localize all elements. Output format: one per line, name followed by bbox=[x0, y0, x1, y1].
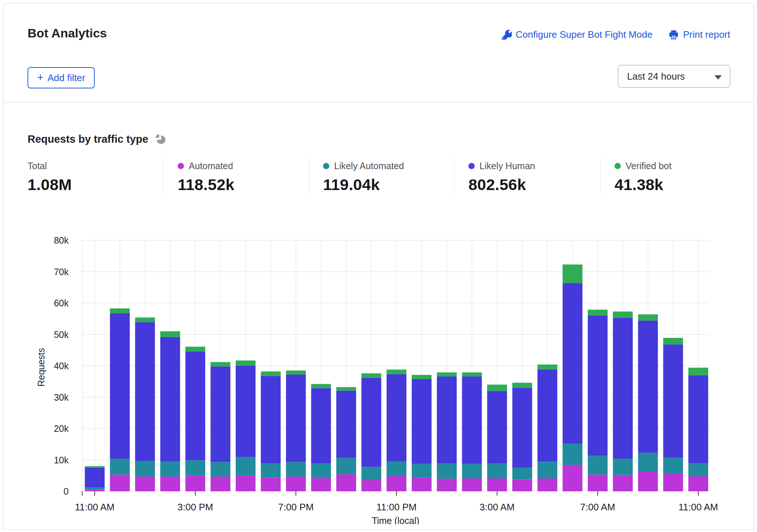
bar-segment-automated[interactable] bbox=[160, 477, 180, 491]
bar-segment-verified-bot[interactable] bbox=[512, 383, 532, 388]
bar-segment-likely-human[interactable] bbox=[462, 376, 482, 464]
bar-segment-verified-bot[interactable] bbox=[211, 362, 231, 367]
bar-segment-automated[interactable] bbox=[185, 475, 205, 491]
bar-segment-likely-human[interactable] bbox=[688, 375, 708, 463]
time-range-select[interactable]: Last 24 hours bbox=[618, 65, 730, 88]
bar-segment-automated[interactable] bbox=[211, 477, 231, 491]
bar-segment-likely-automated[interactable] bbox=[563, 444, 583, 465]
bar-segment-likely-human[interactable] bbox=[85, 468, 105, 488]
bar-segment-verified-bot[interactable] bbox=[563, 265, 583, 283]
bar-segment-likely-human[interactable] bbox=[362, 378, 381, 467]
bar-segment-automated[interactable] bbox=[437, 479, 457, 491]
bar-segment-likely-automated[interactable] bbox=[512, 467, 532, 479]
bar-segment-automated[interactable] bbox=[512, 480, 532, 491]
bar-segment-likely-automated[interactable] bbox=[286, 462, 306, 476]
bar-segment-likely-automated[interactable] bbox=[311, 463, 331, 478]
bar-segment-verified-bot[interactable] bbox=[437, 372, 457, 376]
bar-segment-likely-automated[interactable] bbox=[185, 460, 205, 475]
bar-segment-verified-bot[interactable] bbox=[362, 374, 381, 378]
bar-segment-likely-human[interactable] bbox=[537, 369, 557, 462]
bar-segment-likely-automated[interactable] bbox=[236, 457, 256, 475]
bar-segment-automated[interactable] bbox=[236, 475, 256, 491]
bar-segment-verified-bot[interactable] bbox=[487, 385, 507, 391]
bar-segment-automated[interactable] bbox=[362, 480, 381, 491]
bar-segment-likely-human[interactable] bbox=[311, 388, 331, 463]
bar-segment-automated[interactable] bbox=[563, 465, 583, 491]
bar-segment-likely-automated[interactable] bbox=[362, 467, 381, 480]
bar-segment-likely-human[interactable] bbox=[487, 391, 507, 463]
bar-segment-verified-bot[interactable] bbox=[688, 368, 708, 375]
bar-segment-likely-automated[interactable] bbox=[487, 463, 507, 478]
bar-segment-likely-human[interactable] bbox=[512, 388, 532, 467]
bar-segment-likely-human[interactable] bbox=[211, 367, 231, 462]
bar-segment-likely-human[interactable] bbox=[563, 283, 583, 444]
bar-segment-likely-automated[interactable] bbox=[462, 464, 482, 478]
bar-segment-verified-bot[interactable] bbox=[462, 372, 482, 376]
bar-segment-verified-bot[interactable] bbox=[236, 360, 256, 366]
bar-segment-verified-bot[interactable] bbox=[85, 466, 105, 468]
bar-segment-automated[interactable] bbox=[613, 475, 633, 491]
bar-segment-verified-bot[interactable] bbox=[336, 387, 356, 390]
bar-segment-verified-bot[interactable] bbox=[588, 310, 608, 315]
bar-segment-likely-automated[interactable] bbox=[613, 459, 633, 475]
bar-segment-verified-bot[interactable] bbox=[261, 371, 281, 376]
bar-segment-verified-bot[interactable] bbox=[613, 311, 633, 318]
bar-segment-likely-automated[interactable] bbox=[663, 458, 683, 474]
bar-segment-automated[interactable] bbox=[387, 476, 406, 491]
bar-segment-automated[interactable] bbox=[588, 475, 608, 491]
bar-segment-likely-human[interactable] bbox=[336, 391, 356, 458]
bar-segment-automated[interactable] bbox=[286, 477, 306, 491]
bar-segment-verified-bot[interactable] bbox=[638, 314, 658, 321]
bar-segment-verified-bot[interactable] bbox=[160, 331, 180, 337]
bar-segment-automated[interactable] bbox=[412, 478, 432, 491]
bar-segment-verified-bot[interactable] bbox=[537, 365, 557, 369]
bar-segment-automated[interactable] bbox=[311, 478, 331, 491]
bar-segment-verified-bot[interactable] bbox=[412, 375, 432, 379]
bar-segment-likely-human[interactable] bbox=[663, 345, 683, 458]
bar-segment-verified-bot[interactable] bbox=[185, 347, 205, 351]
bar-segment-likely-automated[interactable] bbox=[211, 462, 231, 476]
bar-segment-automated[interactable] bbox=[85, 490, 105, 491]
add-filter-button[interactable]: + Add filter bbox=[28, 67, 95, 88]
bar-segment-verified-bot[interactable] bbox=[110, 309, 130, 313]
bar-segment-automated[interactable] bbox=[261, 477, 281, 491]
bar-segment-likely-automated[interactable] bbox=[537, 462, 557, 478]
bar-segment-likely-automated[interactable] bbox=[261, 463, 281, 477]
bar-segment-likely-human[interactable] bbox=[236, 366, 256, 457]
bar-segment-likely-automated[interactable] bbox=[638, 453, 658, 472]
bar-segment-likely-human[interactable] bbox=[613, 318, 633, 459]
bar-segment-likely-automated[interactable] bbox=[160, 462, 180, 477]
bar-segment-likely-human[interactable] bbox=[387, 374, 406, 462]
bar-segment-likely-human[interactable] bbox=[110, 313, 130, 459]
bar-segment-automated[interactable] bbox=[537, 478, 557, 491]
bar-segment-automated[interactable] bbox=[462, 478, 482, 491]
bar-segment-likely-automated[interactable] bbox=[110, 459, 130, 475]
bar-segment-automated[interactable] bbox=[688, 476, 708, 491]
bar-segment-automated[interactable] bbox=[638, 472, 658, 491]
bar-segment-likely-human[interactable] bbox=[160, 337, 180, 461]
bar-segment-likely-human[interactable] bbox=[185, 351, 205, 460]
bar-segment-likely-automated[interactable] bbox=[588, 456, 608, 474]
bar-segment-likely-human[interactable] bbox=[135, 322, 155, 461]
bar-segment-verified-bot[interactable] bbox=[387, 369, 406, 374]
print-report-link[interactable]: Print report bbox=[669, 29, 730, 40]
bar-segment-automated[interactable] bbox=[110, 475, 130, 491]
bar-segment-likely-human[interactable] bbox=[588, 315, 608, 456]
bar-segment-likely-human[interactable] bbox=[286, 375, 306, 462]
bar-segment-likely-automated[interactable] bbox=[688, 463, 708, 476]
bar-segment-likely-automated[interactable] bbox=[412, 464, 432, 478]
bar-segment-verified-bot[interactable] bbox=[311, 384, 331, 388]
bar-segment-automated[interactable] bbox=[487, 478, 507, 491]
requests-by-traffic-type-chart[interactable]: 010k20k30k40k50k60k70k80kRequests11:00 A… bbox=[36, 234, 719, 524]
bar-segment-likely-automated[interactable] bbox=[437, 463, 457, 479]
bar-segment-automated[interactable] bbox=[663, 474, 683, 491]
bar-segment-likely-human[interactable] bbox=[412, 379, 432, 464]
bar-segment-likely-human[interactable] bbox=[437, 376, 457, 463]
bar-segment-verified-bot[interactable] bbox=[663, 338, 683, 345]
bar-segment-likely-automated[interactable] bbox=[336, 458, 356, 474]
bar-segment-automated[interactable] bbox=[336, 474, 356, 491]
bar-segment-likely-automated[interactable] bbox=[85, 488, 105, 490]
bar-segment-verified-bot[interactable] bbox=[135, 317, 155, 322]
bar-segment-automated[interactable] bbox=[135, 477, 155, 491]
configure-super-bot-fight-mode-link[interactable]: Configure Super Bot Fight Mode bbox=[502, 29, 653, 40]
